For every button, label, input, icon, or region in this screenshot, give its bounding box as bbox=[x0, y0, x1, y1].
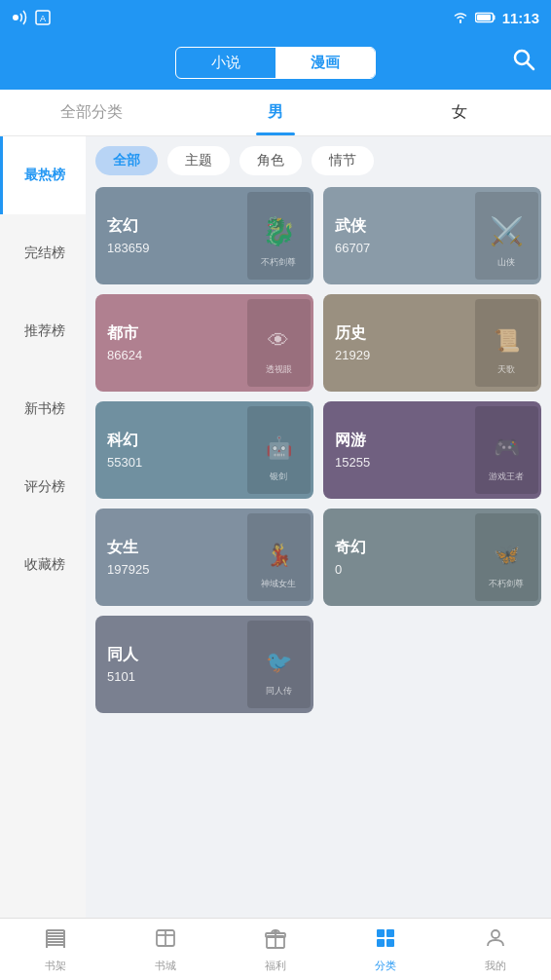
card-tongren-img: 🐦 同人传 bbox=[243, 616, 313, 713]
svg-rect-4 bbox=[477, 15, 491, 20]
svg-text:🐦: 🐦 bbox=[265, 649, 292, 675]
svg-text:⚔️: ⚔️ bbox=[489, 215, 523, 247]
card-qihuan-title: 奇幻 bbox=[335, 538, 459, 558]
sidebar-item-complete[interactable]: 完结榜 bbox=[0, 214, 86, 292]
filter-tab-all[interactable]: 全部分类 bbox=[0, 90, 184, 135]
svg-text:不朽剑尊: 不朽剑尊 bbox=[261, 257, 296, 267]
svg-text:同人传: 同人传 bbox=[265, 686, 291, 696]
card-qihuan-img: 🦋 不朽剑尊 bbox=[471, 509, 541, 606]
card-wangyou-text: 网游 15255 bbox=[323, 401, 471, 499]
card-lishi[interactable]: 历史 21929 📜 天歌 bbox=[323, 294, 541, 392]
cards-grid: 玄幻 183659 🐉 不朽剑尊 武侠 66707 bbox=[95, 187, 541, 713]
svg-line-6 bbox=[528, 63, 534, 70]
nav-item-category[interactable]: 分类 bbox=[331, 926, 441, 973]
card-nvsheng-text: 女生 197925 bbox=[95, 509, 243, 606]
card-kehuan-text: 科幻 55301 bbox=[95, 401, 243, 499]
nav-item-bookshelf[interactable]: 书架 bbox=[0, 926, 110, 973]
bookstore-icon bbox=[154, 926, 177, 956]
svg-rect-48 bbox=[377, 939, 385, 947]
top-nav: 小说 漫画 bbox=[0, 35, 551, 90]
svg-text:👁: 👁 bbox=[268, 328, 289, 353]
mine-icon bbox=[484, 926, 507, 956]
nav-item-welfare[interactable]: 福利 bbox=[220, 926, 330, 973]
card-kehuan-title: 科幻 bbox=[107, 431, 232, 451]
svg-point-0 bbox=[13, 15, 18, 20]
card-wuxia-img: ⚔️ 山侠 bbox=[471, 187, 541, 284]
nav-label-welfare: 福利 bbox=[265, 959, 286, 973]
category-pills: 全部 主题 角色 情节 bbox=[95, 146, 541, 175]
svg-text:透视眼: 透视眼 bbox=[265, 364, 291, 374]
tab-novel[interactable]: 小说 bbox=[176, 48, 276, 78]
svg-point-50 bbox=[492, 930, 499, 938]
card-lishi-img: 📜 天歌 bbox=[471, 294, 541, 392]
main-content: 全部 主题 角色 情节 玄幻 183659 🐉 不朽剑尊 bbox=[86, 136, 551, 918]
bottom-nav: 书架 书城 福利 bbox=[0, 918, 551, 980]
card-dushi-title: 都市 bbox=[107, 323, 232, 344]
card-xuanhuan-count: 183659 bbox=[107, 241, 232, 255]
svg-text:🎮: 🎮 bbox=[493, 434, 520, 461]
card-tongren-count: 5101 bbox=[107, 669, 232, 684]
nav-item-bookstore[interactable]: 书城 bbox=[110, 926, 220, 973]
svg-text:不朽剑尊: 不朽剑尊 bbox=[489, 579, 524, 588]
pill-all[interactable]: 全部 bbox=[95, 146, 158, 175]
svg-text:A: A bbox=[40, 14, 46, 23]
card-dushi[interactable]: 都市 86624 👁 透视眼 bbox=[95, 294, 313, 392]
card-qihuan-text: 奇幻 0 bbox=[323, 509, 471, 606]
card-nvsheng[interactable]: 女生 197925 💃 神域女生 bbox=[95, 509, 313, 606]
sidebar-item-recommend[interactable]: 推荐榜 bbox=[0, 292, 86, 370]
card-nvsheng-title: 女生 bbox=[107, 538, 232, 558]
pill-theme[interactable]: 主题 bbox=[167, 146, 230, 175]
nav-item-mine[interactable]: 我的 bbox=[441, 926, 551, 973]
card-qihuan-count: 0 bbox=[335, 562, 459, 577]
svg-text:天歌: 天歌 bbox=[497, 364, 515, 374]
search-icon[interactable] bbox=[512, 48, 535, 77]
card-wuxia-text: 武侠 66707 bbox=[323, 187, 471, 284]
card-wangyou-title: 网游 bbox=[335, 431, 459, 451]
card-dushi-text: 都市 86624 bbox=[95, 294, 243, 392]
card-tongren-title: 同人 bbox=[107, 645, 232, 665]
svg-rect-49 bbox=[386, 939, 394, 947]
svg-text:🐉: 🐉 bbox=[261, 215, 295, 247]
card-lishi-count: 21929 bbox=[335, 348, 459, 362]
filter-tab-male[interactable]: 男 bbox=[184, 90, 368, 135]
nav-label-bookshelf: 书架 bbox=[45, 959, 66, 973]
card-dushi-count: 86624 bbox=[107, 348, 232, 362]
svg-rect-34 bbox=[47, 930, 64, 933]
svg-text:银剑: 银剑 bbox=[269, 471, 287, 481]
signal-icon bbox=[12, 10, 29, 25]
svg-rect-36 bbox=[47, 942, 64, 945]
card-qihuan[interactable]: 奇幻 0 🦋 不朽剑尊 bbox=[323, 509, 541, 606]
sidebar-item-newbook[interactable]: 新书榜 bbox=[0, 370, 86, 448]
bookshelf-icon bbox=[44, 926, 67, 956]
svg-text:🦋: 🦋 bbox=[493, 542, 520, 568]
svg-text:💃: 💃 bbox=[265, 542, 292, 568]
sidebar-item-hottest[interactable]: 最热榜 bbox=[0, 136, 86, 214]
status-bar: A 11:13 bbox=[0, 0, 551, 35]
battery-icon bbox=[475, 12, 496, 23]
card-wuxia[interactable]: 武侠 66707 ⚔️ 山侠 bbox=[323, 187, 541, 284]
card-kehuan[interactable]: 科幻 55301 🤖 银剑 bbox=[95, 401, 313, 499]
sidebar-item-collect[interactable]: 收藏榜 bbox=[0, 526, 86, 604]
card-kehuan-img: 🤖 银剑 bbox=[243, 401, 313, 499]
pill-scene[interactable]: 情节 bbox=[312, 146, 374, 175]
svg-rect-35 bbox=[47, 936, 64, 939]
card-dushi-img: 👁 透视眼 bbox=[243, 294, 313, 392]
sidebar: 最热榜 完结榜 推荐榜 新书榜 评分榜 收藏榜 bbox=[0, 136, 86, 918]
card-xuanhuan[interactable]: 玄幻 183659 🐉 不朽剑尊 bbox=[95, 187, 313, 284]
time-display: 11:13 bbox=[502, 10, 539, 26]
a-icon: A bbox=[35, 10, 51, 25]
sidebar-item-score[interactable]: 评分榜 bbox=[0, 448, 86, 526]
nav-label-mine: 我的 bbox=[485, 959, 506, 973]
card-tongren[interactable]: 同人 5101 🐦 同人传 bbox=[95, 616, 313, 713]
svg-rect-47 bbox=[386, 929, 394, 937]
filter-tab-female[interactable]: 女 bbox=[367, 90, 551, 135]
svg-rect-46 bbox=[377, 929, 385, 937]
pill-role[interactable]: 角色 bbox=[239, 146, 302, 175]
card-xuanhuan-text: 玄幻 183659 bbox=[95, 187, 243, 284]
tab-comic[interactable]: 漫画 bbox=[276, 48, 375, 78]
card-wangyou[interactable]: 网游 15255 🎮 游戏王者 bbox=[323, 401, 541, 499]
card-nvsheng-img: 💃 神域女生 bbox=[243, 509, 313, 606]
card-nvsheng-count: 197925 bbox=[107, 562, 232, 577]
wifi-icon bbox=[452, 11, 469, 24]
category-icon bbox=[374, 926, 397, 956]
